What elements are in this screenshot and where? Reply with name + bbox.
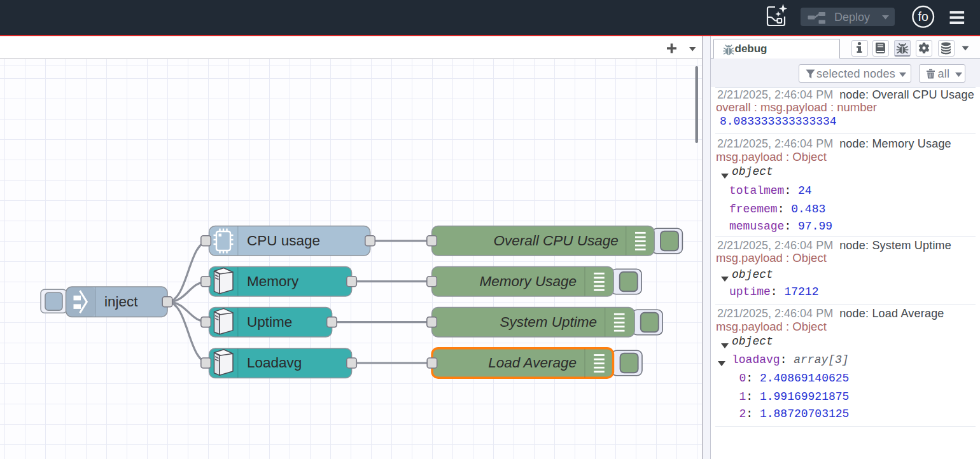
- svg-text:Loadavg: Loadavg: [247, 355, 302, 371]
- svg-text:Load Average: Load Average: [488, 355, 577, 371]
- svg-text:fo: fo: [918, 10, 928, 24]
- svg-text:CPU usage: CPU usage: [247, 233, 320, 249]
- svg-text:Memory Usage: Memory Usage: [479, 273, 577, 289]
- svg-text:System Uptime: System Uptime: [500, 314, 597, 330]
- svg-text:Overall CPU Usage: Overall CPU Usage: [494, 233, 619, 249]
- svg-text:Deploy: Deploy: [834, 11, 870, 24]
- svg-text:Uptime: Uptime: [247, 314, 292, 330]
- svg-text:inject: inject: [104, 294, 138, 310]
- svg-text:Memory: Memory: [247, 273, 299, 289]
